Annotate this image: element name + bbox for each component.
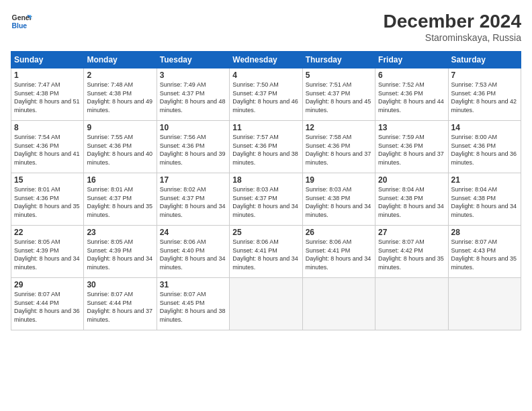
cell-info: Sunrise: 8:07 AMSunset: 4:45 PMDaylight:… [160,291,226,323]
calendar-cell: 23Sunrise: 8:05 AMSunset: 4:39 PMDayligh… [84,226,157,278]
calendar-cell [230,278,302,330]
calendar-cell: 10Sunrise: 7:56 AMSunset: 4:36 PMDayligh… [157,121,229,173]
cell-info: Sunrise: 8:00 AMSunset: 4:36 PMDaylight:… [451,134,517,166]
cell-info: Sunrise: 8:07 AMSunset: 4:43 PMDaylight:… [451,238,517,271]
cell-info: Sunrise: 8:06 AMSunset: 4:41 PMDaylight:… [306,238,371,271]
calendar-cell: 8Sunrise: 7:54 AMSunset: 4:36 PMDaylight… [11,121,84,173]
day-number: 6 [378,71,445,80]
month-title: December 2024 [384,11,521,32]
calendar-cell [302,278,375,330]
day-number: 14 [451,123,518,132]
title-area: December 2024 Starominskaya, Russia [384,11,521,43]
day-number: 31 [160,280,226,289]
cell-info: Sunrise: 8:07 AMSunset: 4:44 PMDaylight:… [14,291,80,323]
cell-info: Sunrise: 8:04 AMSunset: 4:38 PMDaylight:… [378,186,444,218]
day-number: 10 [160,123,226,132]
col-monday: Monday [84,52,157,68]
day-number: 19 [306,175,372,185]
calendar-cell: 6Sunrise: 7:52 AMSunset: 4:36 PMDaylight… [375,68,448,121]
col-tuesday: Tuesday [157,52,229,68]
day-number: 15 [14,175,81,185]
day-number: 1 [14,71,81,80]
day-number: 24 [160,228,226,237]
cell-info: Sunrise: 8:06 AMSunset: 4:40 PMDaylight:… [160,238,226,271]
header: General Blue December 2024 Starominskaya… [11,11,521,43]
cell-info: Sunrise: 7:50 AMSunset: 4:37 PMDaylight:… [232,81,298,113]
calendar-cell: 29Sunrise: 8:07 AMSunset: 4:44 PMDayligh… [11,278,84,330]
cell-info: Sunrise: 7:56 AMSunset: 4:36 PMDaylight:… [160,134,226,166]
day-number: 23 [87,228,153,237]
col-wednesday: Wednesday [230,52,302,68]
day-number: 18 [232,175,299,185]
day-number: 5 [306,71,372,80]
day-number: 16 [87,175,153,185]
day-number: 20 [378,175,445,185]
calendar-header-row: Sunday Monday Tuesday Wednesday Thursday… [11,52,521,68]
calendar-cell [448,278,521,330]
cell-info: Sunrise: 7:48 AMSunset: 4:38 PMDaylight:… [87,81,152,113]
cell-info: Sunrise: 7:51 AMSunset: 4:37 PMDaylight:… [306,81,371,113]
cell-info: Sunrise: 7:47 AMSunset: 4:38 PMDaylight:… [14,81,80,113]
cell-info: Sunrise: 8:05 AMSunset: 4:39 PMDaylight:… [87,238,152,271]
calendar-cell: 4Sunrise: 7:50 AMSunset: 4:37 PMDaylight… [230,68,302,121]
logo: General Blue [11,11,32,32]
svg-text:Blue: Blue [12,22,28,30]
day-number: 27 [378,228,445,237]
calendar-cell: 22Sunrise: 8:05 AMSunset: 4:39 PMDayligh… [11,226,84,278]
cell-info: Sunrise: 8:02 AMSunset: 4:37 PMDaylight:… [160,186,226,218]
cell-info: Sunrise: 8:01 AMSunset: 4:36 PMDaylight:… [14,186,80,218]
day-number: 8 [14,123,81,132]
cell-info: Sunrise: 8:06 AMSunset: 4:41 PMDaylight:… [232,238,298,271]
calendar-cell: 25Sunrise: 8:06 AMSunset: 4:41 PMDayligh… [230,226,302,278]
calendar-cell: 11Sunrise: 7:57 AMSunset: 4:36 PMDayligh… [230,121,302,173]
day-number: 12 [306,123,372,132]
cell-info: Sunrise: 7:57 AMSunset: 4:36 PMDaylight:… [232,134,298,166]
day-number: 21 [451,175,518,185]
day-number: 11 [232,123,299,132]
day-number: 25 [232,228,299,237]
day-number: 4 [232,71,299,80]
calendar-cell: 18Sunrise: 8:03 AMSunset: 4:37 PMDayligh… [230,173,302,226]
calendar-cell: 28Sunrise: 8:07 AMSunset: 4:43 PMDayligh… [448,226,521,278]
day-number: 3 [160,71,226,80]
cell-info: Sunrise: 7:55 AMSunset: 4:36 PMDaylight:… [87,134,152,166]
cell-info: Sunrise: 8:07 AMSunset: 4:42 PMDaylight:… [378,238,444,271]
col-thursday: Thursday [302,52,375,68]
cell-info: Sunrise: 8:03 AMSunset: 4:38 PMDaylight:… [306,186,371,218]
col-friday: Friday [375,52,448,68]
day-number: 22 [14,228,81,237]
calendar-cell: 1Sunrise: 7:47 AMSunset: 4:38 PMDaylight… [11,68,84,121]
calendar-row: 22Sunrise: 8:05 AMSunset: 4:39 PMDayligh… [11,226,521,278]
logo-icon: General Blue [11,11,32,32]
cell-info: Sunrise: 7:59 AMSunset: 4:36 PMDaylight:… [378,134,444,166]
day-number: 30 [87,280,153,289]
calendar-row: 15Sunrise: 8:01 AMSunset: 4:36 PMDayligh… [11,173,521,226]
cell-info: Sunrise: 8:03 AMSunset: 4:37 PMDaylight:… [232,186,298,218]
calendar-cell: 3Sunrise: 7:49 AMSunset: 4:37 PMDaylight… [157,68,229,121]
cell-info: Sunrise: 8:04 AMSunset: 4:38 PMDaylight:… [451,186,517,218]
calendar-cell: 13Sunrise: 7:59 AMSunset: 4:36 PMDayligh… [375,121,448,173]
calendar-cell: 7Sunrise: 7:53 AMSunset: 4:36 PMDaylight… [448,68,521,121]
calendar-table: Sunday Monday Tuesday Wednesday Thursday… [11,51,521,330]
cell-info: Sunrise: 7:58 AMSunset: 4:36 PMDaylight:… [306,134,371,166]
cell-info: Sunrise: 7:52 AMSunset: 4:36 PMDaylight:… [378,81,444,113]
calendar-cell: 26Sunrise: 8:06 AMSunset: 4:41 PMDayligh… [302,226,375,278]
cell-info: Sunrise: 7:53 AMSunset: 4:36 PMDaylight:… [451,81,517,113]
calendar-cell: 19Sunrise: 8:03 AMSunset: 4:38 PMDayligh… [302,173,375,226]
calendar-cell: 31Sunrise: 8:07 AMSunset: 4:45 PMDayligh… [157,278,229,330]
calendar-cell: 12Sunrise: 7:58 AMSunset: 4:36 PMDayligh… [302,121,375,173]
calendar-cell: 14Sunrise: 8:00 AMSunset: 4:36 PMDayligh… [448,121,521,173]
calendar-cell: 9Sunrise: 7:55 AMSunset: 4:36 PMDaylight… [84,121,157,173]
calendar-row: 29Sunrise: 8:07 AMSunset: 4:44 PMDayligh… [11,278,521,330]
page: General Blue December 2024 Starominskaya… [0,0,532,411]
calendar-cell: 17Sunrise: 8:02 AMSunset: 4:37 PMDayligh… [157,173,229,226]
calendar-cell [375,278,448,330]
day-number: 26 [306,228,372,237]
location-subtitle: Starominskaya, Russia [384,32,521,43]
day-number: 29 [14,280,81,289]
cell-info: Sunrise: 7:54 AMSunset: 4:36 PMDaylight:… [14,134,80,166]
cell-info: Sunrise: 8:01 AMSunset: 4:37 PMDaylight:… [87,186,152,218]
calendar-cell: 30Sunrise: 8:07 AMSunset: 4:44 PMDayligh… [84,278,157,330]
day-number: 13 [378,123,445,132]
calendar-cell: 5Sunrise: 7:51 AMSunset: 4:37 PMDaylight… [302,68,375,121]
